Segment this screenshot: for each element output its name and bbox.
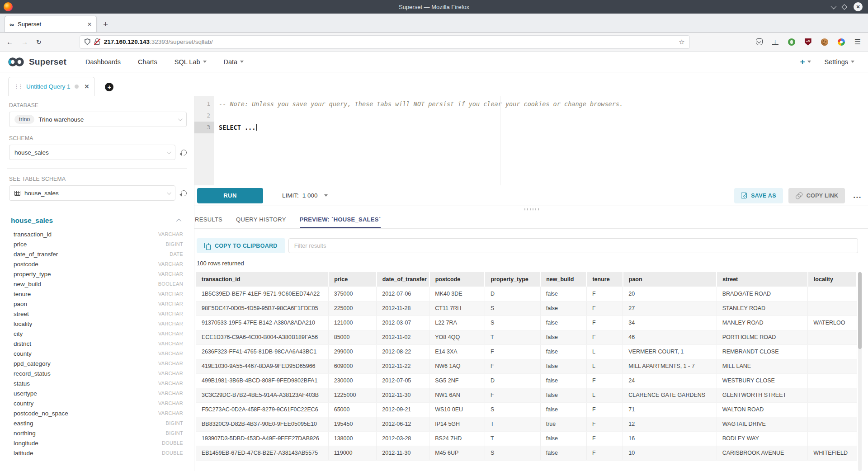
limit-dropdown[interactable]: LIMIT: 1 000 <box>282 192 328 199</box>
column-name: longitude <box>14 440 162 447</box>
column-type: VARCHAR <box>158 271 183 277</box>
cell-price: 65000 <box>328 402 377 417</box>
cell-tenure: F <box>586 330 623 344</box>
browser-tab[interactable]: ∞ Superset ✕ <box>5 16 97 32</box>
copy-to-clipboard-button[interactable]: COPY TO CLIPBOARD <box>197 238 285 253</box>
superset-favicon-icon: ∞ <box>9 21 14 28</box>
tab-query-history[interactable]: QUERY HISTORY <box>236 216 286 228</box>
column-name: northing <box>14 430 166 437</box>
nav-item-sql-lab[interactable]: SQL Lab <box>175 58 207 66</box>
cell-transaction-id: 193907D3-5DBD-453D-A49E-9FEE27DAB926 <box>196 431 328 446</box>
url-bar[interactable]: 217.160.120.143:32393/superset/sqllab/ ☆ <box>80 35 690 49</box>
column-list-item: paon VARCHAR <box>14 299 187 309</box>
table-icon <box>14 191 20 196</box>
column-list-item: longitude DOUBLE <box>14 438 187 448</box>
cell-paon: 24 <box>623 373 717 388</box>
tab-close-icon[interactable]: ✕ <box>87 21 92 28</box>
column-header[interactable]: tenure <box>586 272 623 287</box>
table-select[interactable]: house_sales <box>9 185 175 201</box>
database-select[interactable]: trino Trino warehouse <box>9 112 187 127</box>
column-header[interactable]: street <box>717 272 808 287</box>
table-row[interactable]: F5C273AC-0D2A-458F-8279-9C61F0C22EC6 650… <box>196 402 857 417</box>
table-scrollbar[interactable] <box>858 272 862 471</box>
table-row[interactable]: 3C3C29DC-B7B2-4BE5-914A-A38123AF403B 122… <box>196 388 857 402</box>
nav-item-data[interactable]: Data <box>224 58 244 66</box>
table-name-heading[interactable]: house_sales <box>11 217 178 225</box>
filter-results-input[interactable] <box>288 238 858 253</box>
column-header[interactable]: new_build <box>540 272 586 287</box>
table-row[interactable]: 499B1981-3B6B-4BCD-808F-9FED9802BFA1 230… <box>196 373 857 388</box>
downloads-icon[interactable]: ↓ <box>772 38 778 46</box>
sql-editor[interactable]: 1 2 3 -- Note: Unless you save your quer… <box>194 96 868 185</box>
editor-code-area[interactable]: -- Note: Unless you save your query, the… <box>214 96 868 185</box>
column-list-item: district VARCHAR <box>14 339 187 349</box>
table-row[interactable]: 2636F323-FF41-4765-81DB-98CAA6A43BC1 299… <box>196 344 857 359</box>
cell-paon: MILL APARTMENTS, 1 - 7 <box>623 359 717 373</box>
column-header[interactable]: transaction_id <box>196 272 328 287</box>
more-options-button[interactable]: ... <box>853 191 862 200</box>
copy-link-button[interactable]: COPY LINK <box>788 188 845 203</box>
window-maximize-icon[interactable] <box>841 4 847 10</box>
pane-resize-handle[interactable] <box>194 206 868 212</box>
tab-results[interactable]: RESULTS <box>195 216 222 228</box>
schema-value: house_sales <box>14 149 163 156</box>
drag-grip-icon[interactable]: ⋮⋮ <box>14 84 22 89</box>
window-minimize-icon[interactable] <box>831 3 837 9</box>
hamburger-menu-icon[interactable]: ☰ <box>854 38 861 46</box>
column-header[interactable]: paon <box>623 272 717 287</box>
extension-colorful-icon[interactable] <box>838 38 845 46</box>
add-new-button[interactable]: + <box>800 57 811 66</box>
insecure-lock-icon[interactable] <box>94 38 100 45</box>
window-close-icon[interactable]: ✕ <box>854 2 863 11</box>
ublock-shield-icon[interactable] <box>805 38 811 46</box>
tracking-protection-shield-icon[interactable] <box>85 38 90 45</box>
cell-postcode: M45 6UP <box>429 446 485 460</box>
copy-icon <box>204 243 210 249</box>
column-header[interactable]: postcode <box>429 272 485 287</box>
run-button[interactable]: RUN <box>197 188 263 203</box>
cell-postcode: YO8 4QQ <box>429 330 485 344</box>
back-button[interactable]: ← <box>6 38 13 46</box>
table-row[interactable]: 91370533-19F5-47FE-B142-A380A8ADA210 121… <box>196 316 857 330</box>
query-tab-untitled-1[interactable]: ⋮⋮ Untitled Query 1 ✕ <box>8 77 95 96</box>
query-tab-close-icon[interactable]: ✕ <box>85 83 90 90</box>
table-row[interactable]: BB8320C9-D82B-4B37-90E0-9FEE05095E10 195… <box>196 417 857 431</box>
cell-date-of-transfer: 2012-11-02 <box>377 330 429 344</box>
cell-street: BRADGATE ROAD <box>717 287 808 301</box>
tab-preview-house-sales[interactable]: PREVIEW: `HOUSE_SALES` <box>300 216 381 228</box>
add-query-tab-button[interactable]: + <box>105 83 113 91</box>
column-header[interactable]: date_of_transfer <box>377 272 429 287</box>
column-type: VARCHAR <box>158 351 183 356</box>
cell-property-type: F <box>485 344 540 359</box>
column-header[interactable]: price <box>328 272 377 287</box>
scrollbar-thumb[interactable] <box>858 272 862 349</box>
table-row[interactable]: 419E1030-9A55-4467-8DA9-9FED95D65966 609… <box>196 359 857 373</box>
column-type: VARCHAR <box>158 331 183 336</box>
refresh-table-icon[interactable] <box>179 189 188 197</box>
nav-item-dashboards[interactable]: Dashboards <box>85 58 121 66</box>
unsaved-dot-icon <box>75 85 79 89</box>
cell-date-of-transfer: 2012-08-22 <box>377 344 429 359</box>
nav-item-charts[interactable]: Charts <box>138 58 157 66</box>
extension-green-icon[interactable] <box>788 38 795 46</box>
bookmark-star-icon[interactable]: ☆ <box>679 38 684 46</box>
column-header[interactable]: locality <box>808 272 857 287</box>
table-row[interactable]: EB1459EB-67ED-47C8-B2E7-A38143AB5575 119… <box>196 446 857 460</box>
refresh-schema-icon[interactable] <box>179 148 188 156</box>
column-header[interactable]: property_type <box>485 272 540 287</box>
cell-postcode: MK40 3DE <box>429 287 485 301</box>
cell-paon: 46 <box>623 330 717 344</box>
new-tab-button[interactable]: + <box>103 19 108 32</box>
cookie-extension-icon[interactable] <box>821 38 828 46</box>
reload-button[interactable]: ↻ <box>36 38 42 46</box>
schema-select[interactable]: house_sales <box>9 145 175 160</box>
superset-brand[interactable]: Superset <box>7 57 66 67</box>
table-row[interactable]: ECE1D376-C9A6-4C00-B004-A380B189FA56 850… <box>196 330 857 344</box>
settings-menu[interactable]: Settings <box>825 58 854 66</box>
table-row[interactable]: 98F5DC47-0D05-4D59-95B7-98CA6F1FDE05 225… <box>196 301 857 316</box>
save-as-button[interactable]: SAVE AS <box>734 188 783 203</box>
pocket-icon[interactable] <box>756 38 763 45</box>
table-row[interactable]: 1B5C39ED-BE7F-41EF-9E71-9C60EED74A22 375… <box>196 287 857 301</box>
table-row[interactable]: 193907D3-5DBD-453D-A49E-9FEE27DAB926 138… <box>196 431 857 446</box>
column-list-item: county VARCHAR <box>14 349 187 358</box>
